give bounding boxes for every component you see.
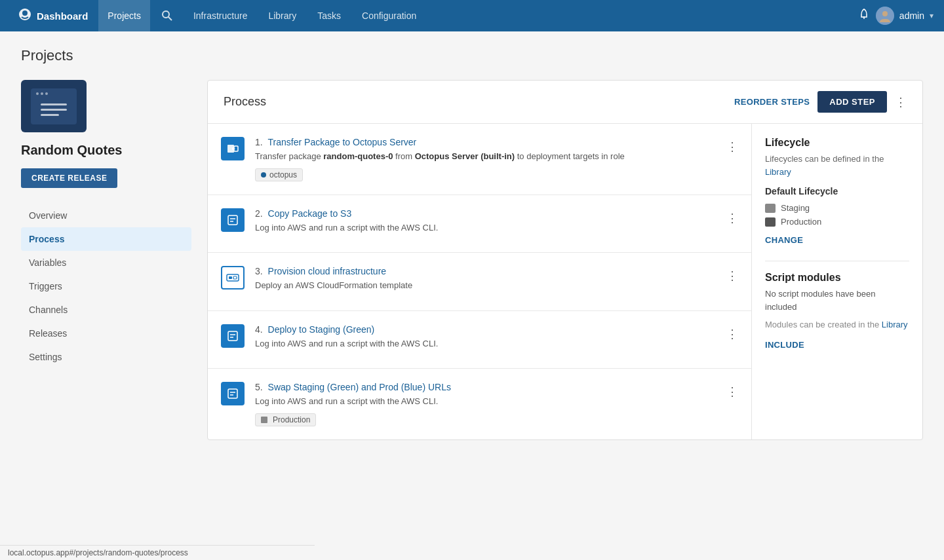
main-layout: Random Quotes CREATE RELEASE Overview Pr…: [21, 80, 923, 440]
octopus-icon: [18, 8, 31, 24]
sidebar-item-settings[interactable]: Settings: [21, 345, 191, 369]
step-4-more-icon[interactable]: ⋮: [726, 327, 738, 341]
step-5-link[interactable]: Swap Staging (Green) and Prod (Blue) URL…: [268, 382, 451, 392]
lifecycle-stages: Staging Production: [765, 203, 909, 227]
step-4-desc: Log into AWS and run a script with the A…: [255, 337, 716, 350]
user-menu[interactable]: admin ▾: [876, 7, 934, 25]
process-title: Process: [224, 95, 266, 109]
page-content: Projects: [0, 31, 944, 456]
step-2-title: 2. Copy Package to S3: [255, 208, 716, 219]
step-2-desc: Log into AWS and run a script with the A…: [255, 221, 716, 234]
step-5-tag: Production: [255, 413, 316, 426]
step-2-link[interactable]: Copy Package to S3: [268, 208, 352, 219]
svg-point-1: [22, 10, 28, 16]
step-1-more-icon[interactable]: ⋮: [726, 140, 738, 154]
step-2: 2. Copy Package to S3 Log into AWS and r…: [208, 195, 751, 253]
sidebar-item-channels[interactable]: Channels: [21, 298, 191, 322]
include-modules-button[interactable]: INCLUDE: [765, 340, 804, 350]
nav-tasks[interactable]: Tasks: [308, 0, 350, 31]
step-5-actions: ⋮: [726, 382, 738, 399]
step-2-more-icon[interactable]: ⋮: [726, 211, 738, 225]
step-1-title: 1. Transfer Package to Octopus Server: [255, 137, 716, 147]
nav-library[interactable]: Library: [259, 0, 305, 31]
svg-point-7: [882, 11, 888, 16]
step-4-actions: ⋮: [726, 324, 738, 341]
script-library-link[interactable]: Library: [882, 320, 908, 329]
step-2-icon: [221, 208, 245, 232]
dashboard-link[interactable]: Dashboard: [10, 0, 96, 31]
step-1-body: 1. Transfer Package to Octopus Server Tr…: [255, 137, 716, 181]
step-3-actions: ⋮: [726, 266, 738, 283]
project-name: Random Quotes: [21, 143, 191, 158]
step-1-desc: Transfer package random-quotes-0 from Oc…: [255, 150, 716, 163]
change-lifecycle-button[interactable]: CHANGE: [765, 235, 803, 245]
dashboard-label: Dashboard: [37, 10, 88, 22]
lifecycle-library-link[interactable]: Library: [765, 167, 791, 177]
svg-rect-14: [229, 276, 232, 279]
lifecycle-sub: Lifecycles can be defined in the Library: [765, 153, 909, 178]
nav-infrastructure[interactable]: Infrastructure: [184, 0, 256, 31]
step-5-desc: Log into AWS and run a script with the A…: [255, 395, 716, 408]
script-modules-section: Script modules No script modules have be…: [765, 272, 909, 350]
svg-point-5: [863, 18, 865, 19]
svg-rect-10: [228, 215, 237, 225]
step-3-body: 3. Provision cloud infrastructure Deploy…: [255, 266, 716, 297]
step-3: 3. Provision cloud infrastructure Deploy…: [208, 253, 751, 311]
step-4: 4. Deploy to Staging (Green) Log into AW…: [208, 311, 751, 369]
nav-projects[interactable]: Projects: [98, 0, 150, 31]
step-5-more-icon[interactable]: ⋮: [726, 384, 738, 399]
step-5-title: 5. Swap Staging (Green) and Prod (Blue) …: [255, 382, 716, 392]
svg-rect-19: [228, 389, 237, 398]
nav-configuration[interactable]: Configuration: [353, 0, 425, 31]
user-dropdown-icon: ▾: [930, 11, 934, 20]
notifications-icon[interactable]: [857, 8, 871, 24]
step-5-icon: [221, 382, 245, 405]
svg-rect-16: [228, 331, 237, 341]
step-5-body: 5. Swap Staging (Green) and Prod (Blue) …: [255, 382, 716, 426]
step-1-actions: ⋮: [726, 137, 738, 154]
lifecycle-title: Lifecycle: [765, 137, 909, 149]
sidebar-navigation: Overview Process Variables Triggers Chan…: [21, 204, 191, 369]
steps-list: 1. Transfer Package to Octopus Server Tr…: [208, 124, 752, 439]
lifecycle-name: Default Lifecycle: [765, 186, 909, 196]
step-2-body: 2. Copy Package to S3 Log into AWS and r…: [255, 208, 716, 240]
lifecycle-section: Lifecycle Lifecycles can be defined in t…: [765, 137, 909, 245]
project-logo: [21, 80, 87, 132]
sidebar-item-releases[interactable]: Releases: [21, 322, 191, 345]
process-more-icon[interactable]: ⋮: [895, 95, 907, 109]
create-release-button[interactable]: CREATE RELEASE: [21, 168, 117, 188]
step-4-title: 4. Deploy to Staging (Green): [255, 324, 716, 335]
avatar: [876, 7, 894, 25]
svg-line-3: [168, 17, 172, 20]
process-content: 1. Transfer Package to Octopus Server Tr…: [208, 124, 922, 439]
step-3-title: 3. Provision cloud infrastructure: [255, 266, 716, 276]
divider: [765, 261, 909, 261]
step-4-icon: [221, 324, 245, 348]
sidebar-item-triggers[interactable]: Triggers: [21, 274, 191, 298]
step-1-tag-dot: [261, 172, 266, 177]
step-3-link[interactable]: Provision cloud infrastructure: [268, 266, 387, 276]
staging-color: [765, 204, 776, 213]
add-step-button[interactable]: ADD STEP: [817, 91, 887, 113]
step-3-more-icon[interactable]: ⋮: [726, 269, 738, 283]
step-1-link[interactable]: Transfer Package to Octopus Server: [268, 137, 417, 147]
sidebar-item-overview[interactable]: Overview: [21, 204, 191, 227]
svg-point-2: [163, 11, 169, 18]
page-title: Projects: [21, 47, 923, 64]
reorder-steps-button[interactable]: REORDER STEPS: [734, 97, 810, 107]
lifecycle-stage-production: Production: [765, 217, 909, 227]
step-5: 5. Swap Staging (Green) and Prod (Blue) …: [208, 369, 751, 439]
step-1: 1. Transfer Package to Octopus Server Tr…: [208, 124, 751, 195]
step-2-actions: ⋮: [726, 208, 738, 225]
sidebar-item-process[interactable]: Process: [21, 227, 191, 251]
script-modules-title: Script modules: [765, 272, 909, 284]
main-panel: Process REORDER STEPS ADD STEP ⋮: [207, 80, 923, 440]
step-3-icon: [221, 266, 245, 289]
step-1-icon: [221, 137, 245, 160]
step-4-link[interactable]: Deploy to Staging (Green): [268, 324, 375, 335]
step-4-body: 4. Deploy to Staging (Green) Log into AW…: [255, 324, 716, 356]
top-navigation: Dashboard Projects Infrastructure Librar…: [0, 0, 944, 31]
sidebar-item-variables[interactable]: Variables: [21, 251, 191, 274]
nav-search-icon[interactable]: [153, 0, 182, 31]
script-modules-sub: Modules can be created in the Library: [765, 318, 909, 331]
